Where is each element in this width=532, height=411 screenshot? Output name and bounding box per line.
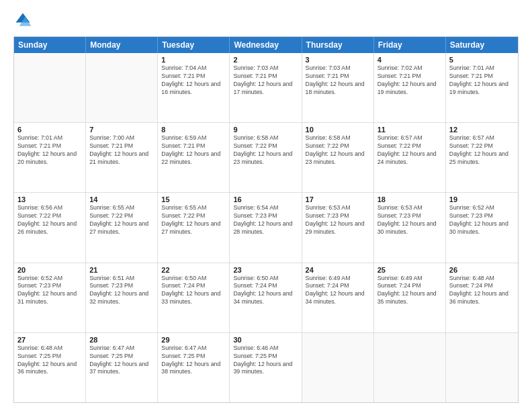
table-row: 23Sunrise: 6:50 AMSunset: 7:24 PMDayligh…	[230, 263, 302, 332]
day-info: Sunrise: 7:03 AMSunset: 7:21 PMDaylight:…	[233, 64, 298, 97]
day-number: 21	[89, 266, 154, 274]
day-info: Sunrise: 6:51 AMSunset: 7:23 PMDaylight:…	[89, 275, 154, 307]
table-row: 11Sunrise: 6:57 AMSunset: 7:22 PMDayligh…	[374, 123, 446, 192]
table-row: 27Sunrise: 6:48 AMSunset: 7:25 PMDayligh…	[14, 333, 86, 402]
table-row: 13Sunrise: 6:56 AMSunset: 7:22 PMDayligh…	[14, 193, 86, 262]
day-info: Sunrise: 6:50 AMSunset: 7:24 PMDaylight:…	[233, 275, 298, 307]
day-info: Sunrise: 6:58 AMSunset: 7:22 PMDaylight:…	[233, 134, 298, 167]
table-row	[302, 333, 374, 402]
table-row: 17Sunrise: 6:53 AMSunset: 7:23 PMDayligh…	[302, 193, 374, 262]
day-info: Sunrise: 7:00 AMSunset: 7:21 PMDaylight:…	[89, 134, 154, 167]
day-number: 9	[233, 126, 298, 134]
table-row	[86, 53, 158, 122]
day-info: Sunrise: 6:53 AMSunset: 7:23 PMDaylight:…	[378, 204, 442, 236]
day-number: 4	[378, 56, 442, 64]
calendar: SundayMondayTuesdayWednesdayThursdayFrid…	[13, 36, 519, 403]
table-row: 8Sunrise: 6:59 AMSunset: 7:21 PMDaylight…	[158, 123, 230, 192]
table-row: 18Sunrise: 6:53 AMSunset: 7:23 PMDayligh…	[374, 193, 446, 262]
day-number: 25	[378, 266, 442, 274]
day-info: Sunrise: 6:49 AMSunset: 7:24 PMDaylight:…	[378, 275, 442, 307]
day-info: Sunrise: 6:53 AMSunset: 7:23 PMDaylight:…	[306, 204, 370, 236]
day-number: 23	[233, 266, 298, 274]
table-row: 10Sunrise: 6:58 AMSunset: 7:22 PMDayligh…	[302, 123, 374, 192]
table-row: 6Sunrise: 7:01 AMSunset: 7:21 PMDaylight…	[14, 123, 86, 192]
table-row: 21Sunrise: 6:51 AMSunset: 7:23 PMDayligh…	[86, 263, 158, 332]
table-row: 4Sunrise: 7:02 AMSunset: 7:21 PMDaylight…	[374, 53, 446, 122]
day-number: 10	[306, 126, 370, 134]
table-row: 15Sunrise: 6:55 AMSunset: 7:22 PMDayligh…	[158, 193, 230, 262]
day-info: Sunrise: 6:55 AMSunset: 7:22 PMDaylight:…	[89, 204, 154, 236]
day-number: 29	[161, 336, 226, 344]
calendar-week-3: 13Sunrise: 6:56 AMSunset: 7:22 PMDayligh…	[14, 193, 518, 263]
day-number: 15	[161, 195, 226, 203]
table-row	[446, 333, 518, 402]
day-info: Sunrise: 6:46 AMSunset: 7:25 PMDaylight:…	[233, 345, 298, 377]
day-number: 8	[161, 126, 226, 134]
day-number: 7	[89, 126, 154, 134]
table-row: 3Sunrise: 7:03 AMSunset: 7:21 PMDaylight…	[302, 53, 374, 122]
calendar-week-1: 1Sunrise: 7:04 AMSunset: 7:21 PMDaylight…	[14, 53, 518, 123]
day-number: 6	[17, 126, 82, 134]
table-row: 30Sunrise: 6:46 AMSunset: 7:25 PMDayligh…	[230, 333, 302, 402]
calendar-body: 1Sunrise: 7:04 AMSunset: 7:21 PMDaylight…	[14, 53, 518, 402]
calendar-header-saturday: Saturday	[446, 37, 518, 53]
day-number: 5	[449, 56, 515, 64]
table-row: 9Sunrise: 6:58 AMSunset: 7:22 PMDaylight…	[230, 123, 302, 192]
calendar-week-4: 20Sunrise: 6:52 AMSunset: 7:23 PMDayligh…	[14, 263, 518, 333]
day-info: Sunrise: 7:01 AMSunset: 7:21 PMDaylight:…	[449, 64, 515, 97]
table-row: 29Sunrise: 6:47 AMSunset: 7:25 PMDayligh…	[158, 333, 230, 402]
table-row: 25Sunrise: 6:49 AMSunset: 7:24 PMDayligh…	[374, 263, 446, 332]
day-info: Sunrise: 6:57 AMSunset: 7:22 PMDaylight:…	[378, 134, 442, 167]
day-info: Sunrise: 6:48 AMSunset: 7:24 PMDaylight:…	[449, 275, 515, 307]
table-row: 7Sunrise: 7:00 AMSunset: 7:21 PMDaylight…	[86, 123, 158, 192]
table-row: 2Sunrise: 7:03 AMSunset: 7:21 PMDaylight…	[230, 53, 302, 122]
day-number: 20	[17, 266, 82, 274]
day-number: 13	[17, 195, 82, 203]
table-row: 5Sunrise: 7:01 AMSunset: 7:21 PMDaylight…	[446, 53, 518, 122]
day-info: Sunrise: 7:04 AMSunset: 7:21 PMDaylight:…	[161, 64, 226, 97]
calendar-header-sunday: Sunday	[14, 37, 86, 53]
day-info: Sunrise: 7:02 AMSunset: 7:21 PMDaylight:…	[378, 64, 442, 97]
calendar-header-tuesday: Tuesday	[158, 37, 230, 53]
day-number: 11	[378, 126, 442, 134]
day-number: 22	[161, 266, 226, 274]
table-row: 1Sunrise: 7:04 AMSunset: 7:21 PMDaylight…	[158, 53, 230, 122]
day-info: Sunrise: 7:03 AMSunset: 7:21 PMDaylight:…	[306, 64, 370, 97]
calendar-header-monday: Monday	[86, 37, 158, 53]
day-info: Sunrise: 6:59 AMSunset: 7:21 PMDaylight:…	[161, 134, 226, 167]
day-info: Sunrise: 6:56 AMSunset: 7:22 PMDaylight:…	[17, 204, 82, 236]
table-row: 14Sunrise: 6:55 AMSunset: 7:22 PMDayligh…	[86, 193, 158, 262]
calendar-header-thursday: Thursday	[302, 37, 374, 53]
logo	[13, 11, 35, 30]
table-row: 16Sunrise: 6:54 AMSunset: 7:23 PMDayligh…	[230, 193, 302, 262]
table-row	[14, 53, 86, 122]
table-row: 26Sunrise: 6:48 AMSunset: 7:24 PMDayligh…	[446, 263, 518, 332]
day-info: Sunrise: 6:52 AMSunset: 7:23 PMDaylight:…	[17, 275, 82, 307]
day-info: Sunrise: 6:57 AMSunset: 7:22 PMDaylight:…	[449, 134, 515, 167]
calendar-header-wednesday: Wednesday	[230, 37, 302, 53]
page: SundayMondayTuesdayWednesdayThursdayFrid…	[0, 0, 532, 411]
table-row: 12Sunrise: 6:57 AMSunset: 7:22 PMDayligh…	[446, 123, 518, 192]
logo-icon	[13, 11, 32, 30]
day-info: Sunrise: 6:49 AMSunset: 7:24 PMDaylight:…	[306, 275, 370, 307]
day-info: Sunrise: 6:48 AMSunset: 7:25 PMDaylight:…	[17, 345, 82, 377]
day-info: Sunrise: 6:58 AMSunset: 7:22 PMDaylight:…	[306, 134, 370, 167]
day-info: Sunrise: 6:47 AMSunset: 7:25 PMDaylight:…	[89, 345, 154, 377]
day-info: Sunrise: 7:01 AMSunset: 7:21 PMDaylight:…	[17, 134, 82, 167]
day-number: 24	[306, 266, 370, 274]
day-info: Sunrise: 6:54 AMSunset: 7:23 PMDaylight:…	[233, 204, 298, 236]
day-info: Sunrise: 6:52 AMSunset: 7:23 PMDaylight:…	[449, 204, 515, 236]
day-number: 16	[233, 195, 298, 203]
calendar-header-row: SundayMondayTuesdayWednesdayThursdayFrid…	[14, 37, 518, 53]
table-row: 20Sunrise: 6:52 AMSunset: 7:23 PMDayligh…	[14, 263, 86, 332]
day-number: 14	[89, 195, 154, 203]
day-number: 19	[449, 195, 515, 203]
day-number: 18	[378, 195, 442, 203]
day-number: 17	[306, 195, 370, 203]
calendar-week-5: 27Sunrise: 6:48 AMSunset: 7:25 PMDayligh…	[14, 333, 518, 402]
table-row	[374, 333, 446, 402]
day-number: 26	[449, 266, 515, 274]
header	[13, 11, 519, 30]
table-row: 28Sunrise: 6:47 AMSunset: 7:25 PMDayligh…	[86, 333, 158, 402]
day-info: Sunrise: 6:50 AMSunset: 7:24 PMDaylight:…	[161, 275, 226, 307]
